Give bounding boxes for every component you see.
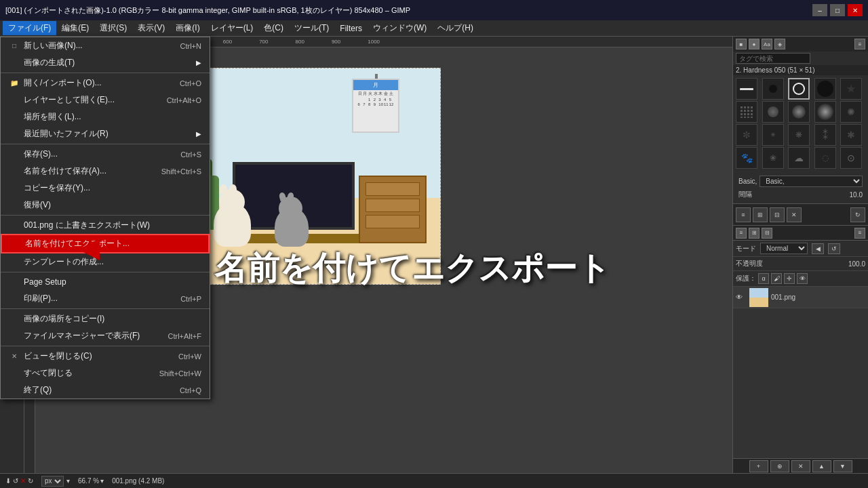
- layer-row-001[interactable]: 👁 001.png: [733, 287, 868, 308]
- dynamics-section: Basic, Basic, 間隔 10.0: [733, 171, 868, 203]
- unit-select[interactable]: px: [41, 476, 64, 487]
- menu-windows[interactable]: ウィンドウ(W): [368, 21, 432, 35]
- layer-list: 👁 001.png: [733, 287, 868, 458]
- mode-btn-left[interactable]: ◀: [812, 243, 824, 254]
- menu-item-export-as[interactable]: 名前を付けてエクスポート...: [1, 234, 210, 253]
- brush-search-input[interactable]: [736, 53, 810, 64]
- menu-item-copy-location[interactable]: 画像の場所をコピー(I): [1, 310, 210, 327]
- menu-item-create-template[interactable]: テンプレートの作成...: [1, 253, 210, 270]
- layer-menu-icon[interactable]: ≡: [854, 228, 865, 239]
- tool-opt-refresh[interactable]: ↻: [850, 207, 865, 222]
- menu-item-save[interactable]: 保存(S)... Ctrl+S: [1, 146, 210, 163]
- minimize-button[interactable]: –: [812, 4, 827, 16]
- menu-item-generate[interactable]: 画像の生成(T) ▶: [1, 54, 210, 71]
- menu-image[interactable]: 画像(I): [170, 21, 205, 35]
- mode-btn-right[interactable]: ↺: [828, 243, 840, 254]
- brush-icon-1[interactable]: ■: [736, 39, 747, 49]
- brush-cell-sm[interactable]: [762, 78, 784, 100]
- menu-select[interactable]: 選択(S): [94, 21, 132, 35]
- menu-file[interactable]: ファイル(F): [3, 21, 56, 35]
- mode-dropdown[interactable]: Normal Multiply Screen: [760, 243, 808, 254]
- layer-icon-1[interactable]: ≡: [736, 228, 747, 239]
- menu-item-file-manager[interactable]: ファイルマネージャーで表示(F) Ctrl+Alt+F: [1, 327, 210, 344]
- brush-cell-soft2[interactable]: [788, 101, 810, 123]
- protect-paint[interactable]: 🖌: [771, 273, 782, 284]
- menu-item-revert[interactable]: 復帰(V): [1, 197, 210, 214]
- protect-visibility[interactable]: 👁: [797, 273, 808, 284]
- brush-icon-2[interactable]: ●: [749, 39, 760, 49]
- brush-cell-splat1[interactable]: ✼: [736, 124, 757, 146]
- menu-item-open-as-layer[interactable]: レイヤーとして開く(E)... Ctrl+Alt+O: [1, 92, 210, 108]
- dynamics-label: Basic,: [738, 178, 757, 185]
- brush-cell-texture2[interactable]: ⁕: [762, 124, 784, 146]
- menu-item-new[interactable]: □ 新しい画像(N)... Ctrl+N: [1, 37, 210, 54]
- sep-4: [1, 272, 210, 272]
- status-icon-2: ↺: [13, 477, 18, 485]
- menu-item-print[interactable]: 印刷(P)... Ctrl+P: [1, 290, 210, 307]
- brush-cell-md[interactable]: [788, 78, 810, 100]
- layer-eye-icon[interactable]: 👁: [736, 293, 747, 301]
- layer-toolbar: ≡ ⊞ ⊟ ≡: [733, 226, 868, 241]
- status-icon-3: ✕: [20, 477, 26, 485]
- tool-opt-2[interactable]: ⊞: [753, 207, 768, 222]
- brush-cell-soft3[interactable]: [814, 101, 836, 123]
- brush-cell-img2[interactable]: ❀: [762, 147, 784, 169]
- layer-up-btn[interactable]: ▲: [812, 460, 831, 472]
- brush-cell-dots1[interactable]: [736, 101, 757, 123]
- brush-cell-img4[interactable]: ◌: [814, 147, 836, 169]
- brush-cell-grunge2[interactable]: ⁑: [814, 124, 836, 146]
- menu-help[interactable]: ヘルプ(H): [432, 21, 479, 35]
- opacity-value: 100.0: [848, 260, 865, 268]
- layer-icon-2[interactable]: ⊞: [749, 228, 760, 239]
- layer-del-btn[interactable]: ✕: [791, 460, 810, 472]
- menu-item-quit[interactable]: 終了(Q) Ctrl+Q: [1, 382, 210, 399]
- brush-cell-img5[interactable]: ⊙: [840, 147, 862, 169]
- panel-menu-icon[interactable]: ≡: [854, 39, 865, 49]
- dynamics-dropdown[interactable]: Basic,: [760, 176, 863, 187]
- brush-cell-grunge3[interactable]: ✱: [840, 124, 862, 146]
- protect-alpha[interactable]: α: [758, 273, 769, 284]
- menu-item-close-all[interactable]: すべて閉じる Shift+Ctrl+W: [1, 365, 210, 382]
- tool-opt-3[interactable]: ⊟: [770, 207, 785, 222]
- layer-icon-3[interactable]: ⊟: [762, 228, 772, 239]
- menu-item-save-as[interactable]: 名前を付けて保存(A)... Shift+Ctrl+S: [1, 163, 210, 180]
- menu-edit[interactable]: 編集(E): [56, 21, 94, 35]
- menu-color[interactable]: 色(C): [258, 21, 289, 35]
- brush-icon-4[interactable]: ◈: [774, 39, 785, 49]
- menu-item-save-copy[interactable]: コピーを保存(Y)...: [1, 180, 210, 197]
- brush-cell-grunge1[interactable]: ❋: [788, 124, 810, 146]
- brush-icon-3[interactable]: Aa: [762, 39, 772, 49]
- menu-view[interactable]: 表示(V): [132, 21, 170, 35]
- menu-item-close-view[interactable]: ✕ ビューを閉じる(C) Ctrl+W: [1, 348, 210, 365]
- close-button[interactable]: ✕: [848, 4, 863, 16]
- status-icon-4: ↻: [28, 477, 33, 485]
- tool-opt-1[interactable]: ≡: [736, 207, 751, 222]
- menu-item-page-setup[interactable]: Page Setup: [1, 274, 210, 290]
- menu-item-open-location[interactable]: 場所を開く(L)...: [1, 108, 210, 125]
- brush-cell-img1[interactable]: 🐾: [736, 147, 757, 169]
- brush-cell-img3[interactable]: ☁: [788, 147, 810, 169]
- tool-options-bar: ≡ ⊞ ⊟ ✕ ↻: [733, 204, 868, 226]
- layer-copy-btn[interactable]: ⊕: [770, 460, 789, 472]
- brush-cell-star[interactable]: ★: [840, 78, 862, 100]
- sep-1: [1, 73, 210, 73]
- menu-item-overwrite[interactable]: 001.png に上書きエクスポート(W): [1, 217, 210, 234]
- menu-layer[interactable]: レイヤー(L): [205, 21, 259, 35]
- protect-move[interactable]: ✛: [784, 273, 795, 284]
- protect-row: 保護： α 🖌 ✛ 👁: [733, 271, 868, 287]
- brush-cell-line[interactable]: [736, 78, 757, 100]
- menu-item-recent[interactable]: 最近開いたファイル(R) ▶: [1, 125, 210, 142]
- menu-tools[interactable]: ツール(T): [289, 21, 334, 35]
- layer-thumbnail: [749, 288, 768, 307]
- brush-cell-soft1[interactable]: [762, 101, 784, 123]
- brush-cell-texture1[interactable]: ✺: [840, 101, 862, 123]
- file-info: 001.png (4.2 MB): [112, 477, 164, 485]
- menu-item-open-import[interactable]: 📁 開く/インポート(O)... Ctrl+O: [1, 75, 210, 92]
- brush-cell-lg[interactable]: [814, 78, 836, 100]
- maximize-button[interactable]: □: [830, 4, 845, 16]
- menu-filters[interactable]: Filters: [334, 22, 368, 35]
- tool-opt-4[interactable]: ✕: [787, 207, 802, 222]
- sep-2: [1, 144, 210, 144]
- layer-down-btn[interactable]: ▼: [833, 460, 852, 472]
- layer-new-btn[interactable]: +: [749, 460, 768, 472]
